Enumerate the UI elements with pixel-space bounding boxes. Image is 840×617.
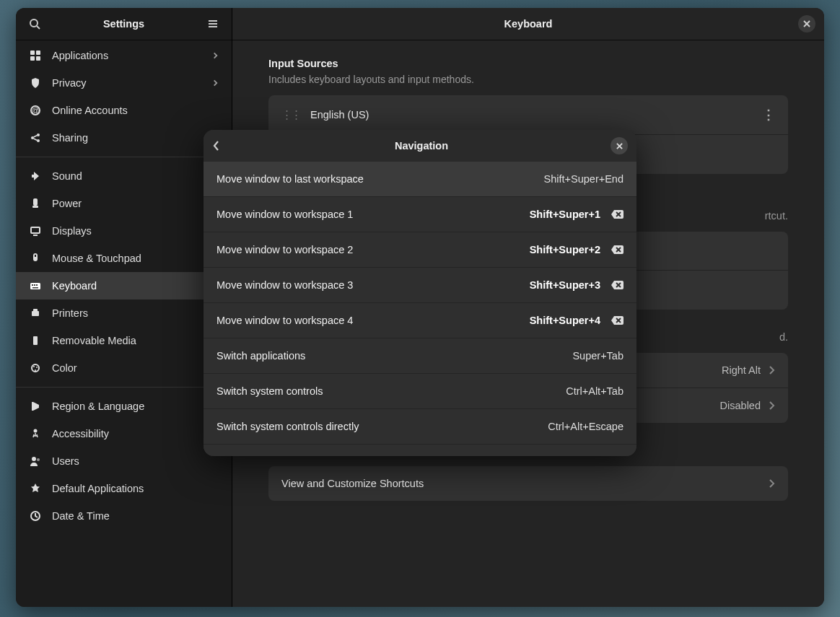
sidebar-list: ApplicationsPrivacy@Online AccountsShari…: [16, 40, 232, 607]
chevron-right-icon: [768, 478, 775, 489]
svg-rect-23: [32, 284, 33, 286]
svg-rect-26: [32, 287, 38, 289]
shortcut-row[interactable]: Switch system controlsCtrl+Alt+Tab: [204, 374, 636, 409]
privacy-icon: [29, 77, 42, 89]
sidebar-item-label: Sharing: [52, 132, 219, 144]
sidebar-item-label: Applications: [52, 50, 202, 61]
chevron-right-icon: [768, 401, 775, 411]
sidebar-item-keyboard[interactable]: Keyboard: [16, 272, 232, 299]
clear-shortcut-button[interactable]: [611, 280, 624, 290]
shortcut-name: Switch system controls directly: [216, 421, 548, 432]
shortcuts-card: View and Customize Shortcuts: [268, 466, 788, 501]
sidebar-item-default-applications[interactable]: Default Applications: [16, 475, 232, 502]
sidebar-item-label: Printers: [52, 307, 219, 319]
svg-rect-7: [30, 56, 35, 61]
shortcut-name: Move window to workspace 1: [216, 209, 530, 220]
view-shortcuts-label: View and Customize Shortcuts: [281, 478, 768, 489]
hamburger-menu-button[interactable]: [203, 14, 223, 34]
sidebar-item-applications[interactable]: Applications: [16, 42, 232, 69]
row-value: Right Alt: [722, 364, 761, 376]
svg-point-34: [34, 429, 38, 433]
svg-rect-27: [32, 311, 39, 316]
sidebar-item-users[interactable]: Users: [16, 447, 232, 475]
sidebar-item-printers[interactable]: Printers: [16, 299, 232, 327]
chevron-right-icon: [212, 78, 219, 88]
app-title: Settings: [45, 18, 203, 30]
sidebar-item-label: Power: [52, 198, 219, 209]
input-source-row[interactable]: ⋮⋮ English (US) ⋮: [268, 95, 788, 135]
shortcut-row[interactable]: Move window to workspace 2Shift+Super+2: [204, 232, 636, 268]
sidebar-item-online-accounts[interactable]: @Online Accounts: [16, 97, 232, 124]
shortcut-row[interactable]: Move window to workspace 3Shift+Super+3: [204, 268, 636, 303]
navigation-shortcuts-dialog: Navigation Move window to last workspace…: [204, 130, 636, 456]
svg-point-31: [33, 366, 35, 367]
sidebar-divider: [16, 157, 232, 157]
input-sources-subtitle: Includes keyboard layouts and input meth…: [268, 74, 788, 85]
shortcut-row[interactable]: Move window to workspace 1Shift+Super+1: [204, 197, 636, 232]
clear-shortcut-button[interactable]: [611, 315, 624, 325]
svg-point-36: [37, 458, 40, 461]
view-shortcuts-row[interactable]: View and Customize Shortcuts: [268, 466, 788, 501]
applications-icon: [29, 50, 42, 61]
search-button[interactable]: [25, 14, 45, 34]
sidebar-item-label: Color: [52, 362, 219, 374]
sidebar-item-region-language[interactable]: Region & Language: [16, 393, 232, 420]
shortcut-row[interactable]: Switch system controls directlyCtrl+Alt+…: [204, 409, 636, 445]
sidebar-item-removable-media[interactable]: Removable Media: [16, 327, 232, 354]
svg-rect-29: [33, 336, 38, 345]
svg-point-12: [37, 134, 40, 136]
svg-point-33: [35, 369, 36, 371]
sidebar-item-color[interactable]: Color: [16, 354, 232, 382]
dialog-close-button[interactable]: [611, 137, 628, 154]
sidebar-item-label: Region & Language: [52, 401, 219, 412]
sharing-icon: [29, 132, 42, 144]
shortcut-row[interactable]: Move window to workspace 4Shift+Super+4: [204, 303, 636, 338]
date-time-icon: [29, 510, 42, 522]
shortcut-name: Move window to workspace 4: [216, 315, 530, 326]
page-title: Keyboard: [258, 18, 798, 30]
shortcut-name: Move window to last workspace: [216, 173, 544, 185]
svg-rect-6: [36, 51, 40, 55]
sidebar-item-label: Keyboard: [52, 280, 219, 292]
more-options-button[interactable]: ⋮: [762, 107, 775, 123]
shortcut-row[interactable]: Switch applicationsSuper+Tab: [204, 338, 636, 374]
sidebar-item-label: Users: [52, 455, 219, 467]
sidebar-item-displays[interactable]: Displays: [16, 217, 232, 245]
sidebar-item-privacy[interactable]: Privacy: [16, 69, 232, 97]
main-header: Keyboard: [232, 8, 824, 40]
svg-rect-16: [33, 198, 38, 206]
sidebar-item-label: Default Applications: [52, 483, 219, 494]
clear-shortcut-button[interactable]: [611, 245, 624, 255]
shortcut-row[interactable]: Move window to last workspaceShift+Super…: [204, 162, 636, 197]
shortcut-keys: Shift+Super+3: [530, 279, 600, 291]
sidebar-item-label: Removable Media: [52, 335, 219, 346]
sidebar-item-label: Mouse & Touchpad: [52, 253, 219, 264]
keyboard-icon: [29, 280, 42, 292]
svg-text:@: @: [32, 107, 39, 115]
sidebar-item-power[interactable]: Power: [16, 190, 232, 217]
svg-rect-20: [33, 253, 38, 261]
removable-media-icon: [29, 335, 42, 346]
sidebar-item-label: Sound: [52, 170, 219, 182]
users-icon: [29, 455, 42, 467]
sidebar-divider: [16, 387, 232, 388]
sidebar-item-sharing[interactable]: Sharing: [16, 124, 232, 152]
sidebar-item-date-time[interactable]: Date & Time: [16, 502, 232, 530]
svg-rect-18: [31, 227, 40, 233]
region-language-icon: [29, 401, 42, 412]
clear-shortcut-button[interactable]: [611, 209, 624, 219]
drag-handle-icon[interactable]: ⋮⋮: [281, 109, 300, 121]
sidebar-item-mouse-touchpad[interactable]: Mouse & Touchpad: [16, 245, 232, 272]
svg-rect-8: [36, 56, 40, 61]
shortcut-keys: Shift+Super+2: [530, 244, 600, 255]
accessibility-icon: [29, 428, 42, 439]
shortcut-name: Switch system controls: [216, 385, 566, 397]
close-window-button[interactable]: [798, 15, 815, 32]
svg-rect-21: [35, 255, 36, 257]
shortcut-keys: Super+Tab: [572, 350, 624, 362]
displays-icon: [29, 225, 42, 237]
shortcut-keys: Shift+Super+1: [530, 209, 600, 220]
sidebar-item-sound[interactable]: Sound: [16, 162, 232, 190]
sidebar-item-accessibility[interactable]: Accessibility: [16, 420, 232, 447]
back-button[interactable]: [212, 140, 232, 152]
